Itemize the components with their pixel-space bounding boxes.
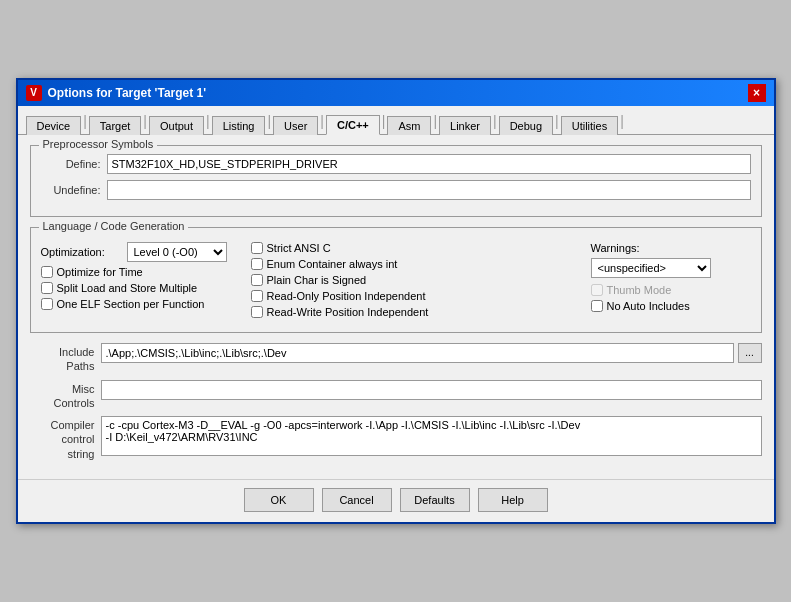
optimization-label: Optimization: [41, 246, 121, 258]
main-window: V Options for Target 'Target 1' × Device… [16, 78, 776, 524]
lang-col-left: Optimization: Level 0 (-O0) Optimize for… [41, 242, 241, 322]
tab-div-4: | [267, 110, 271, 134]
one-elf-checkbox[interactable] [41, 298, 53, 310]
cancel-button[interactable]: Cancel [322, 488, 392, 512]
tab-debug[interactable]: Debug [499, 116, 553, 135]
warnings-label: Warnings: [591, 242, 751, 254]
readonly-pos-row: Read-Only Position Independent [251, 290, 581, 302]
tab-div-1: | [83, 110, 87, 134]
tab-div-10: | [620, 110, 624, 134]
tab-div-5: | [320, 110, 324, 134]
bottom-buttons: OK Cancel Defaults Help [18, 479, 774, 522]
preprocessor-group-title: Preprocessor Symbols [39, 138, 158, 150]
tab-user[interactable]: User [273, 116, 318, 135]
tab-div-2: | [143, 110, 147, 134]
ok-button[interactable]: OK [244, 488, 314, 512]
readwrite-pos-label: Read-Write Position Independent [267, 306, 429, 318]
optimize-for-time-label: Optimize for Time [57, 266, 143, 278]
include-paths-row: Include Paths ... [30, 343, 762, 374]
optimization-row: Optimization: Level 0 (-O0) [41, 242, 241, 262]
bottom-wrap: OK Cancel Defaults Help [18, 479, 774, 522]
defaults-button[interactable]: Defaults [400, 488, 470, 512]
include-paths-wrap: ... [101, 343, 762, 363]
browse-button[interactable]: ... [738, 343, 762, 363]
compiler-control-label: Compiler control string [30, 416, 95, 461]
tab-device[interactable]: Device [26, 116, 82, 135]
tab-div-3: | [206, 110, 210, 134]
one-elf-label: One ELF Section per Function [57, 298, 205, 310]
tab-cpp[interactable]: C/C++ [326, 115, 380, 135]
lang-col-mid: Strict ANSI C Enum Container always int … [251, 242, 581, 322]
misc-controls-wrap [101, 380, 762, 400]
misc-controls-row: Misc Controls [30, 380, 762, 411]
plain-char-row: Plain Char is Signed [251, 274, 581, 286]
tab-asm[interactable]: Asm [387, 116, 431, 135]
tab-div-6: | [382, 110, 386, 134]
tab-utilities[interactable]: Utilities [561, 116, 618, 135]
tab-linker[interactable]: Linker [439, 116, 491, 135]
no-auto-includes-checkbox[interactable] [591, 300, 603, 312]
readonly-pos-label: Read-Only Position Independent [267, 290, 426, 302]
tab-div-7: | [433, 110, 437, 134]
strict-ansi-checkbox[interactable] [251, 242, 263, 254]
optimize-for-time-row: Optimize for Time [41, 266, 241, 278]
help-button[interactable]: Help [478, 488, 548, 512]
window-title: Options for Target 'Target 1' [48, 86, 207, 100]
include-paths-input[interactable] [101, 343, 734, 363]
tab-target[interactable]: Target [89, 116, 142, 135]
strict-ansi-label: Strict ANSI C [267, 242, 331, 254]
undefine-label: Undefine: [41, 184, 101, 196]
plain-char-checkbox[interactable] [251, 274, 263, 286]
misc-controls-label: Misc Controls [30, 380, 95, 411]
title-bar-left: V Options for Target 'Target 1' [26, 85, 207, 101]
undefine-row: Undefine: [41, 180, 751, 200]
readonly-pos-checkbox[interactable] [251, 290, 263, 302]
split-load-store-row: Split Load and Store Multiple [41, 282, 241, 294]
title-bar: V Options for Target 'Target 1' × [18, 80, 774, 106]
close-button[interactable]: × [748, 84, 766, 102]
tab-div-8: | [493, 110, 497, 134]
optimization-select[interactable]: Level 0 (-O0) [127, 242, 227, 262]
no-auto-includes-row: No Auto Includes [591, 300, 751, 312]
warnings-select[interactable]: <unspecified> [591, 258, 711, 278]
enum-container-row: Enum Container always int [251, 258, 581, 270]
enum-container-checkbox[interactable] [251, 258, 263, 270]
thumb-mode-row: Thumb Mode [591, 284, 751, 296]
compiler-control-wrap: -c -cpu Cortex-M3 -D__EVAL -g -O0 -apcs=… [101, 416, 762, 456]
language-grid: Optimization: Level 0 (-O0) Optimize for… [41, 242, 751, 322]
define-label: Define: [41, 158, 101, 170]
thumb-mode-checkbox[interactable] [591, 284, 603, 296]
optimize-for-time-checkbox[interactable] [41, 266, 53, 278]
language-group: Language / Code Generation Optimization:… [30, 227, 762, 333]
define-row: Define: [41, 154, 751, 174]
compiler-control-row: Compiler control string -c -cpu Cortex-M… [30, 416, 762, 461]
thumb-mode-label: Thumb Mode [607, 284, 672, 296]
include-paths-label: Include Paths [30, 343, 95, 374]
split-load-store-checkbox[interactable] [41, 282, 53, 294]
misc-controls-input[interactable] [101, 380, 762, 400]
tab-div-9: | [555, 110, 559, 134]
language-group-title: Language / Code Generation [39, 220, 189, 232]
include-section: Include Paths ... Misc Controls Compiler… [30, 343, 762, 461]
one-elf-row: One ELF Section per Function [41, 298, 241, 310]
app-icon: V [26, 85, 42, 101]
tab-bar: Device | Target | Output | Listing | Use… [18, 106, 774, 135]
lang-col-right: Warnings: <unspecified> Thumb Mode No Au… [591, 242, 751, 322]
tab-output[interactable]: Output [149, 116, 204, 135]
plain-char-label: Plain Char is Signed [267, 274, 367, 286]
readwrite-pos-row: Read-Write Position Independent [251, 306, 581, 318]
main-content: Preprocessor Symbols Define: Undefine: L… [18, 135, 774, 479]
enum-container-label: Enum Container always int [267, 258, 398, 270]
compiler-control-textarea[interactable]: -c -cpu Cortex-M3 -D__EVAL -g -O0 -apcs=… [101, 416, 762, 456]
split-load-store-label: Split Load and Store Multiple [57, 282, 198, 294]
preprocessor-group: Preprocessor Symbols Define: Undefine: [30, 145, 762, 217]
undefine-input[interactable] [107, 180, 751, 200]
readwrite-pos-checkbox[interactable] [251, 306, 263, 318]
strict-ansi-row: Strict ANSI C [251, 242, 581, 254]
no-auto-includes-label: No Auto Includes [607, 300, 690, 312]
define-input[interactable] [107, 154, 751, 174]
tab-listing[interactable]: Listing [212, 116, 266, 135]
